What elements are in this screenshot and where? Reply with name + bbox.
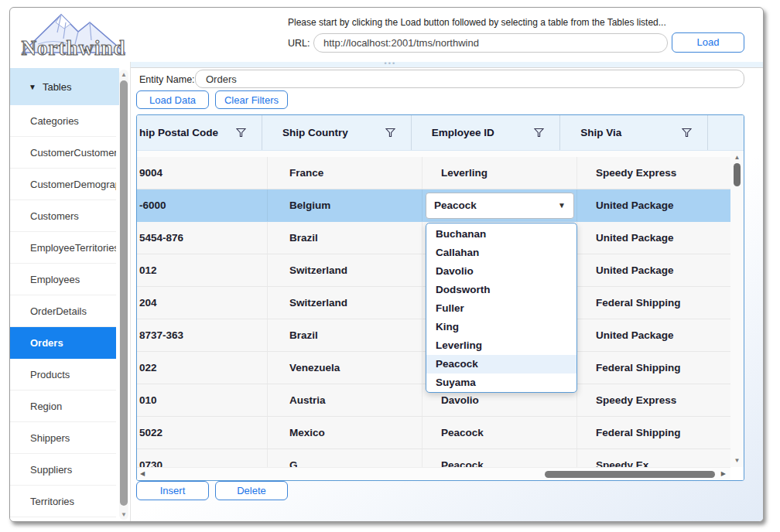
sidebar-item-region[interactable]: Region [10, 390, 116, 422]
cell-ship-via: United Package [577, 254, 730, 286]
sidebar-item-territories[interactable]: Territories [10, 486, 116, 517]
dropdown-option[interactable]: Fuller [426, 299, 576, 318]
cell-ship-country: Belgium [268, 189, 422, 221]
scrollbar-thumb[interactable] [120, 80, 128, 506]
url-input[interactable] [313, 33, 668, 53]
dropdown-option[interactable]: King [426, 318, 576, 336]
table-row[interactable]: 9004 France Leverling Speedy Express [137, 157, 730, 189]
filter-icon[interactable] [385, 128, 395, 138]
sidebar-item-products[interactable]: Products [10, 359, 116, 390]
dropdown-option[interactable]: Suyama [426, 373, 576, 392]
cell-ship-country: Brazil [268, 319, 422, 351]
filter-icon[interactable] [236, 128, 246, 138]
scrollbar-thumb[interactable] [734, 163, 741, 186]
cell-ship-postal-code: 9004 [137, 157, 268, 189]
load-button[interactable]: Load [672, 32, 744, 53]
load-data-button[interactable]: Load Data [136, 90, 209, 109]
cell-ship-postal-code: 022 [137, 352, 268, 384]
cell-ship-via: Speedy Ex [577, 449, 730, 467]
sidebar-item-orderdetails[interactable]: OrderDetails [10, 295, 116, 327]
cell-ship-postal-code: 204 [137, 287, 268, 319]
cell-ship-via: Speedy Express [577, 157, 730, 189]
cell-ship-via: Federal Shipping [577, 352, 730, 384]
scrollbar-thumb[interactable] [545, 471, 715, 478]
scroll-up-icon[interactable]: ▲ [119, 71, 128, 78]
cell-ship-country: France [268, 157, 422, 189]
scroll-down-icon[interactable]: ▼ [119, 511, 128, 518]
column-header-ship-via[interactable]: Ship Via [560, 115, 708, 150]
splitter-grip-icon[interactable]: ••• [385, 60, 396, 67]
cell-ship-via: United Package [577, 189, 730, 221]
column-header-ship-country[interactable]: Ship Country [262, 115, 412, 150]
cell-ship-country: Brazil [268, 222, 422, 254]
sidebar-item-shippers[interactable]: Shippers [10, 422, 116, 454]
grid-header-gap [137, 151, 730, 157]
column-header-ship-postal-code[interactable]: hip Postal Code [137, 115, 262, 150]
sidebar-item-customercustomerdemo[interactable]: CustomerCustomerDemo [10, 137, 116, 169]
scroll-left-icon[interactable]: ◀ [140, 470, 145, 477]
dropdown-option[interactable]: Dodsworth [426, 281, 576, 299]
cell-ship-postal-code: 0730 [137, 449, 268, 467]
cell-ship-via: United Package [577, 222, 730, 254]
dropdown-option[interactable]: Buchanan [426, 225, 576, 244]
cell-ship-postal-code: -6000 [137, 189, 268, 221]
cell-ship-country: G [268, 449, 422, 467]
cell-ship-via: Speedy Express [577, 384, 730, 416]
delete-button[interactable]: Delete [215, 481, 288, 500]
sidebar: ▼ Tables Categories CustomerCustomerDemo… [10, 68, 130, 522]
table-row-partial[interactable]: 0730 G Peacock Speedy Ex [137, 449, 730, 467]
grid-header-row: hip Postal Code Ship Country Employee ID… [137, 115, 744, 151]
column-header-label: Ship Via [580, 127, 621, 138]
grid-vertical-scrollbar[interactable]: ▲ ▼ [730, 151, 744, 467]
column-header-label: Employee ID [432, 127, 494, 138]
dropdown-option-highlighted[interactable]: Peacock [426, 355, 576, 373]
sidebar-item-customers[interactable]: Customers [10, 200, 116, 232]
entity-name-input[interactable] [195, 70, 744, 88]
entity-name-label: Entity Name: [139, 74, 195, 85]
sidebar-item-categories[interactable]: Categories [10, 105, 116, 137]
dropdown-option[interactable]: Leverling [426, 336, 576, 355]
cell-ship-country: Switzerland [268, 287, 422, 319]
dropdown-option[interactable]: Callahan [426, 244, 576, 262]
employee-select[interactable]: Peacock ▼ [426, 193, 574, 219]
splitter-bar[interactable]: ••• [131, 62, 764, 68]
sidebar-header-tables[interactable]: ▼ Tables [10, 68, 119, 105]
sidebar-header-label: Tables [43, 81, 72, 93]
column-header-filler [708, 115, 744, 150]
cell-ship-postal-code: 5022 [137, 417, 268, 448]
sidebar-item-customerdemographics[interactable]: CustomerDemographics [10, 169, 116, 200]
scroll-up-icon[interactable]: ▲ [730, 154, 744, 161]
column-header-employee-id[interactable]: Employee ID [412, 115, 561, 150]
filter-icon[interactable] [682, 128, 692, 138]
employee-dropdown: Buchanan Callahan Davolio Dodsworth Full… [426, 223, 577, 393]
scrollbar-corner [730, 467, 744, 480]
sidebar-items: Categories CustomerCustomerDemo Customer… [10, 105, 116, 517]
sidebar-item-suppliers[interactable]: Suppliers [10, 454, 116, 486]
sidebar-item-orders[interactable]: Orders [10, 327, 116, 359]
insert-button[interactable]: Insert [136, 481, 209, 500]
table-row-selected[interactable]: -6000 Belgium Peacock ▼ United Package [137, 189, 730, 222]
url-label: URL: [288, 38, 310, 49]
northwind-logo: Northwind [15, 9, 132, 62]
grid-horizontal-scrollbar[interactable]: ◀ ▶ [137, 467, 730, 480]
cell-employee-id: Leverling [422, 157, 577, 189]
cell-ship-via: Federal Shipping [577, 287, 730, 319]
cell-ship-country: Venezuela [268, 352, 422, 384]
logo-text: Northwind [21, 36, 125, 60]
scroll-down-icon[interactable]: ▼ [730, 457, 744, 464]
table-row[interactable]: 5022 Mexico Peacock Federal Shipping [137, 417, 730, 449]
scroll-right-icon[interactable]: ▶ [721, 470, 726, 477]
filter-icon[interactable] [534, 128, 544, 138]
cell-ship-postal-code: 5454-876 [137, 222, 268, 254]
clear-filters-button[interactable]: Clear Filters [215, 90, 288, 109]
cell-ship-postal-code: 010 [137, 384, 268, 416]
dropdown-option[interactable]: Davolio [426, 262, 576, 281]
chevron-down-icon: ▼ [558, 201, 566, 210]
collapse-icon: ▼ [29, 83, 36, 91]
column-header-label: hip Postal Code [139, 127, 218, 138]
cell-ship-postal-code: 8737-363 [137, 319, 268, 351]
sidebar-scrollbar[interactable]: ▲ ▼ [119, 70, 128, 520]
sidebar-item-employeeterritories[interactable]: EmployeeTerritories [10, 232, 116, 264]
cell-employee-id: Peacock [422, 417, 577, 448]
sidebar-item-employees[interactable]: Employees [10, 264, 116, 295]
